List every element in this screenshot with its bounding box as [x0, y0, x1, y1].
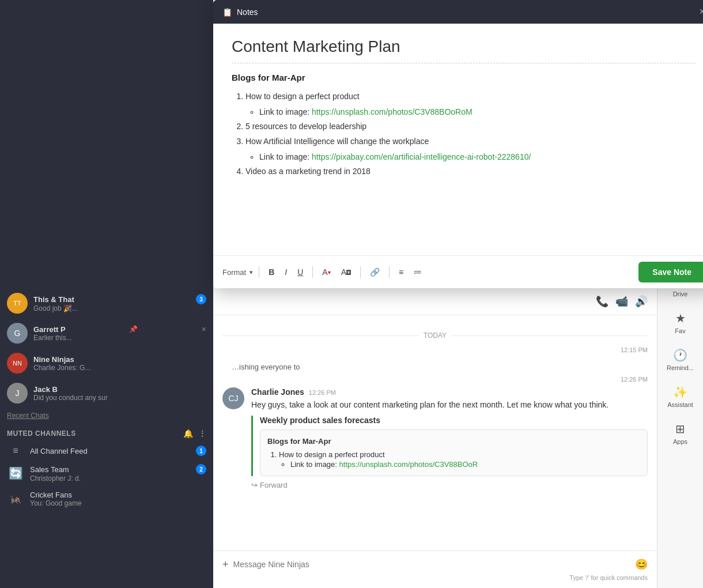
sidebar-item-garrett-p[interactable]: G Garrett P 📌 × Earlier this... [0, 318, 213, 348]
italic-button[interactable]: I [281, 266, 290, 278]
format-label: Format [222, 268, 246, 277]
contact-preview: Did you conduct any sur [33, 394, 206, 402]
sidebar-item-this-that[interactable]: TT This & That 3 Good job 🎉... [0, 288, 213, 318]
drive-label: Drive [673, 291, 688, 297]
message-charlie: CJ Charlie Jones 12:26 PM Hey guys, take… [222, 387, 648, 489]
unread-badge: 3 [196, 294, 206, 304]
reminders-icon: 🕐 [673, 348, 687, 362]
forward-icon: ↪ [251, 481, 258, 489]
sidebar-item-cricket-fans[interactable]: 🦗 Cricket Fans You: Good game [0, 487, 213, 511]
channel-icon: 🦗 [7, 493, 24, 504]
chat-messages: TODAY 12:15 PM …ishing everyone to 12:26… [213, 315, 657, 551]
avatar: CJ [222, 387, 244, 409]
sidebar-item-sales-team[interactable]: 🔄 Sales Team 2 Christopher J: d. [0, 460, 213, 487]
forward-label: Forward [260, 481, 288, 489]
input-row: + 😊 [222, 558, 648, 571]
sidebar-item-fav[interactable]: ★ Fav [657, 304, 703, 341]
notes-modal-close-button[interactable]: × [699, 6, 703, 18]
shared-note: Weekly product sales forecasts Blogs for… [251, 416, 648, 476]
avatar: NN [7, 353, 28, 374]
sidebar-item-reminders[interactable]: 🕐 Remind... [657, 341, 703, 378]
avatar: J [7, 383, 28, 404]
channel-name: Sales Team [30, 465, 69, 474]
note-item-3: How Artificial Intelligence will change … [245, 134, 696, 164]
link-button[interactable]: 🔗 [366, 266, 383, 278]
channel-icon: ≡ [7, 446, 24, 456]
sidebar-item-jack-b[interactable]: J Jack B Did you conduct any sur [0, 378, 213, 408]
fav-label: Fav [675, 327, 685, 334]
sidebar-item-assistant[interactable]: ✨ Assistant [657, 378, 703, 415]
pin-icon: 📌 [129, 325, 138, 333]
note-card: Blogs for Mar-Apr How to design a perfec… [260, 429, 648, 476]
date-divider: TODAY [222, 331, 648, 340]
format-dropdown-arrow[interactable]: ▾ [250, 269, 253, 276]
notes-modal-title: 📋 Notes [222, 7, 258, 17]
note-items-list: How to design a perfect product Link to … [232, 89, 696, 179]
note-main-title: Content Marketing Plan [232, 37, 696, 63]
sidebar-item-nine-ninjas[interactable]: NN Nine Ninjas Charlie Jones: G... [0, 348, 213, 378]
underline-button[interactable]: U [294, 266, 307, 278]
message-time: 12:26 PM [309, 389, 336, 396]
partial-message: …ishing everyone to [222, 358, 648, 376]
note-card-subitem: Link to image: https://unsplash.com/phot… [290, 460, 640, 469]
shared-note-title: Weekly product sales forecasts [260, 416, 648, 425]
note-link-1[interactable]: https://unsplash.com/photos/C3V88BOoRoM [312, 107, 473, 116]
unread-badge: 2 [196, 464, 206, 474]
channel-icon: 🔄 [7, 466, 24, 480]
notes-title-text: Notes [237, 7, 258, 17]
note-link-2[interactable]: https://pixabay.com/en/artificial-intell… [312, 152, 531, 161]
left-sidebar: TT This & That 3 Good job 🎉... G Garrett… [0, 0, 213, 588]
notes-content: Content Marketing Plan Blogs for Mar-Apr… [213, 24, 703, 255]
contact-name: Jack B [33, 385, 58, 394]
fav-icon: ★ [675, 311, 686, 325]
main-chat-area: 📋 Notes × Content Marketing Plan Blogs f… [213, 0, 657, 588]
contact-preview: Earlier this... [33, 334, 206, 342]
contact-preview: Charlie Jones: G... [33, 364, 206, 372]
chat-header: 📞 📹 🔊 [213, 288, 657, 315]
message-input[interactable] [233, 560, 630, 569]
forward-button[interactable]: ↪ Forward [251, 481, 648, 489]
emoji-button[interactable]: 😊 [635, 558, 648, 571]
notify-icon[interactable]: 🔔 [183, 429, 194, 438]
note-card-link[interactable]: https://unsplash.com/photos/C3V88BOoR [339, 460, 478, 469]
save-note-button[interactable]: Save Note [638, 262, 703, 282]
contact-preview: Good job 🎉... [33, 304, 206, 312]
notes-modal-header: 📋 Notes × [213, 0, 703, 24]
sender-name: Charlie Jones [251, 387, 304, 397]
toolbar-divider-2 [312, 266, 313, 278]
contact-name: Garrett P [33, 325, 66, 334]
video-icon[interactable]: 📹 [615, 295, 628, 308]
bold-button[interactable]: B [265, 266, 278, 278]
font-color-button[interactable]: A▾ [319, 266, 334, 278]
sidebar-item-apps[interactable]: ⊞ Apps [657, 415, 703, 452]
add-attachment-button[interactable]: + [222, 559, 229, 571]
apps-label: Apps [673, 438, 687, 445]
more-icon[interactable]: ⋮ [198, 429, 207, 438]
audio-icon[interactable]: 🔊 [635, 295, 648, 308]
unread-badge: 1 [196, 446, 206, 456]
toolbar-divider-3 [360, 266, 361, 278]
muted-channels-header: MUTED CHANNELS 🔔 ⋮ [0, 423, 213, 442]
recent-chats-link[interactable]: Recent Chats [0, 408, 213, 423]
channel-preview: Christopher J: d. [30, 474, 206, 483]
bg-color-button[interactable]: A▾ [338, 266, 354, 278]
contact-name: Nine Ninjas [33, 355, 74, 364]
notes-toolbar: Format ▾ B I U A▾ A▾ 🔗 ≡ ≔ Save Note [213, 255, 703, 288]
assistant-label: Assistant [667, 401, 693, 408]
note-card-title: Blogs for Mar-Apr [267, 437, 640, 446]
close-icon[interactable]: × [202, 325, 206, 334]
toolbar-divider-4 [389, 266, 390, 278]
note-subitem-1: Link to image: https://unsplash.com/phot… [259, 105, 696, 119]
notes-modal: 📋 Notes × Content Marketing Plan Blogs f… [213, 0, 703, 288]
phone-icon[interactable]: 📞 [596, 295, 608, 308]
sidebar-item-all-channel[interactable]: ≡ All Channel Feed 1 [0, 442, 213, 460]
muted-channels-label: MUTED CHANNELS [7, 429, 76, 438]
note-section-title: Blogs for Mar-Apr [232, 73, 696, 82]
time-label-1: 12:15 PM [222, 346, 648, 353]
message-text: Hey guys, take a look at our content mar… [251, 399, 648, 411]
channel-preview: You: Good game [30, 499, 206, 507]
unordered-list-button[interactable]: ≔ [410, 266, 425, 278]
note-card-list: How to design a perfect product Link to … [267, 450, 640, 469]
note-item-1: How to design a perfect product Link to … [245, 89, 696, 119]
ordered-list-button[interactable]: ≡ [395, 266, 407, 278]
